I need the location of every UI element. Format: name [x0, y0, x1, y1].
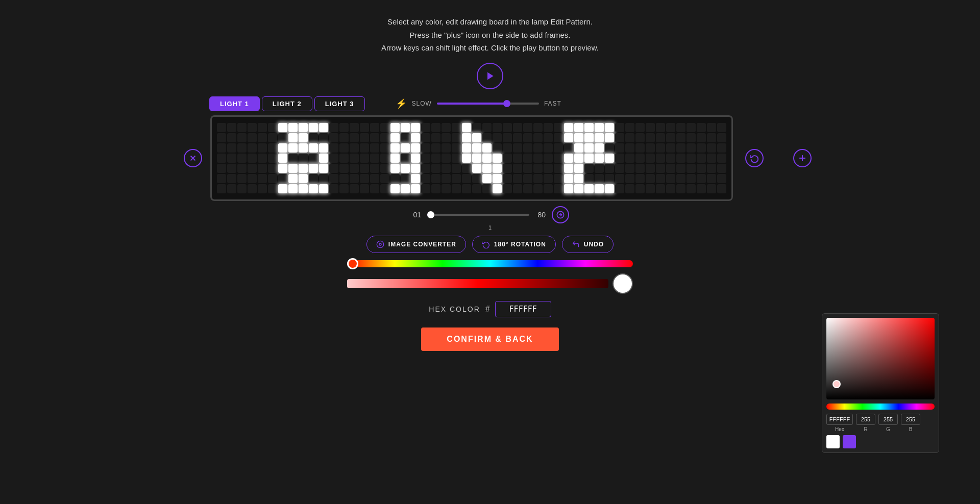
led-cell[interactable] [574, 184, 583, 193]
cp-g-input[interactable] [878, 414, 898, 425]
led-cell[interactable] [431, 133, 440, 142]
hex-input[interactable] [495, 301, 551, 317]
led-cell[interactable] [533, 154, 543, 163]
led-cell[interactable] [687, 154, 696, 163]
led-cell[interactable] [411, 164, 420, 173]
led-cell[interactable] [309, 133, 318, 142]
add-frame-button[interactable] [793, 149, 812, 167]
led-cell[interactable] [299, 184, 308, 193]
led-cell[interactable] [390, 164, 400, 173]
led-cell[interactable] [278, 154, 287, 163]
led-cell[interactable] [605, 143, 614, 153]
led-cell[interactable] [513, 154, 522, 163]
led-cell[interactable] [523, 174, 532, 183]
led-cell[interactable] [544, 154, 553, 163]
led-cell[interactable] [411, 154, 420, 163]
led-cell[interactable] [656, 184, 665, 193]
led-cell[interactable] [472, 123, 481, 132]
led-cell[interactable] [482, 123, 492, 132]
led-cell[interactable] [687, 164, 696, 173]
led-cell[interactable] [646, 143, 655, 153]
led-cell[interactable] [360, 164, 369, 173]
led-cell[interactable] [350, 164, 359, 173]
led-cell[interactable] [452, 184, 461, 193]
led-cell[interactable] [717, 184, 726, 193]
led-cell[interactable] [503, 143, 512, 153]
led-cell[interactable] [217, 184, 226, 193]
led-cell[interactable] [370, 143, 379, 153]
led-cell[interactable] [707, 174, 716, 183]
led-cell[interactable] [380, 164, 389, 173]
led-cell[interactable] [288, 174, 298, 183]
led-cell[interactable] [523, 143, 532, 153]
led-cell[interactable] [421, 123, 430, 132]
led-cell[interactable] [390, 174, 400, 183]
led-cell[interactable] [462, 133, 471, 142]
led-cell[interactable] [523, 123, 532, 132]
led-cell[interactable] [227, 143, 236, 153]
led-cell[interactable] [605, 133, 614, 142]
led-cell[interactable] [421, 174, 430, 183]
led-cell[interactable] [605, 123, 614, 132]
led-cell[interactable] [493, 174, 502, 183]
led-cell[interactable] [493, 123, 502, 132]
led-cell[interactable] [666, 164, 675, 173]
led-cell[interactable] [533, 123, 543, 132]
led-cell[interactable] [523, 154, 532, 163]
led-cell[interactable] [258, 154, 267, 163]
led-cell[interactable] [309, 164, 318, 173]
led-cell[interactable] [360, 123, 369, 132]
led-cell[interactable] [442, 123, 451, 132]
led-cell[interactable] [237, 143, 247, 153]
led-cell[interactable] [493, 164, 502, 173]
led-cell[interactable] [350, 123, 359, 132]
led-cell[interactable] [421, 184, 430, 193]
led-cell[interactable] [217, 154, 226, 163]
led-cell[interactable] [431, 143, 440, 153]
led-cell[interactable] [319, 184, 328, 193]
led-cell[interactable] [288, 154, 298, 163]
led-cell[interactable] [697, 154, 706, 163]
led-cell[interactable] [564, 164, 573, 173]
led-cell[interactable] [513, 164, 522, 173]
led-cell[interactable] [309, 143, 318, 153]
led-cell[interactable] [635, 123, 645, 132]
led-cell[interactable] [513, 123, 522, 132]
led-cell[interactable] [268, 154, 277, 163]
led-cell[interactable] [360, 184, 369, 193]
led-cell[interactable] [493, 133, 502, 142]
led-cell[interactable] [544, 133, 553, 142]
led-cell[interactable] [390, 123, 400, 132]
led-cell[interactable] [615, 133, 624, 142]
led-cell[interactable] [574, 164, 583, 173]
led-cell[interactable] [319, 174, 328, 183]
led-cell[interactable] [237, 154, 247, 163]
led-cell[interactable] [472, 143, 481, 153]
led-cell[interactable] [707, 154, 716, 163]
led-cell[interactable] [554, 123, 563, 132]
led-cell[interactable] [350, 184, 359, 193]
led-cell[interactable] [380, 154, 389, 163]
led-cell[interactable] [380, 123, 389, 132]
led-cell[interactable] [411, 143, 420, 153]
led-cell[interactable] [268, 184, 277, 193]
cp-b-input[interactable] [901, 414, 920, 425]
color-picker-thumb[interactable] [832, 380, 841, 388]
led-cell[interactable] [666, 123, 675, 132]
led-cell[interactable] [278, 123, 287, 132]
cp-swatch-purple[interactable] [843, 435, 856, 448]
led-cell[interactable] [299, 154, 308, 163]
led-cell[interactable] [329, 174, 338, 183]
led-cell[interactable] [258, 123, 267, 132]
led-cell[interactable] [237, 133, 247, 142]
led-cell[interactable] [217, 133, 226, 142]
led-cell[interactable] [380, 133, 389, 142]
led-cell[interactable] [258, 143, 267, 153]
led-cell[interactable] [339, 154, 349, 163]
play-button[interactable] [477, 63, 503, 89]
cp-hue-bar[interactable] [826, 404, 935, 410]
led-cell[interactable] [574, 123, 583, 132]
led-cell[interactable] [268, 174, 277, 183]
led-cell[interactable] [462, 184, 471, 193]
led-cell[interactable] [370, 184, 379, 193]
